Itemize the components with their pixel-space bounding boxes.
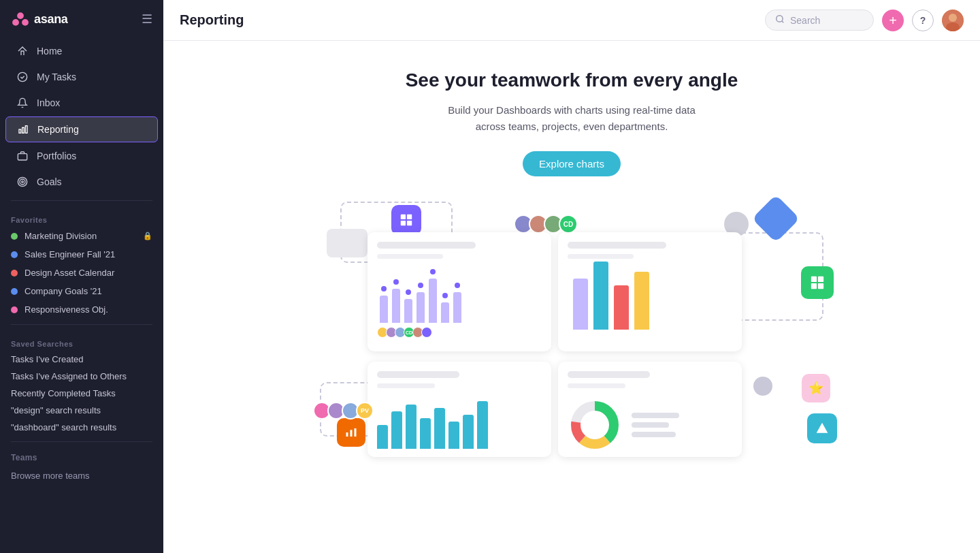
dashboard-card-bottom-right <box>558 362 742 457</box>
donut-section <box>568 398 732 452</box>
card-subtitle-bar-2 <box>568 254 634 259</box>
check-circle-icon <box>16 71 29 83</box>
explore-charts-button[interactable]: Explore charts <box>523 151 621 176</box>
legend-bar-2 <box>632 422 669 428</box>
card-title-bar-4 <box>568 371 650 378</box>
hero-subtitle: Build your Dashboards with charts using … <box>406 102 738 135</box>
favorite-dot <box>11 251 18 258</box>
dashboard-illustration: CD <box>313 198 830 457</box>
favorite-dot <box>11 288 18 295</box>
svg-point-3 <box>18 72 27 81</box>
bell-icon <box>16 97 29 109</box>
svg-point-10 <box>22 181 24 183</box>
briefcase-icon <box>16 150 29 162</box>
sidebar-label-mytasks: My Tasks <box>37 72 76 82</box>
dashboard-card-bottom-left <box>368 362 551 457</box>
svg-point-13 <box>949 14 957 22</box>
lock-icon: 🔒 <box>143 232 152 240</box>
legend-bar-1 <box>632 413 679 418</box>
float-avatar-group-top: CD <box>514 215 578 234</box>
svg-rect-28 <box>350 430 353 437</box>
float-avatar-cd: CD <box>559 215 578 234</box>
help-button[interactable]: ? <box>912 10 934 31</box>
asana-logo-icon <box>11 10 30 29</box>
search-bar[interactable]: Search <box>765 10 874 31</box>
card-title-bar-3 <box>377 371 459 378</box>
search-icon <box>775 14 785 26</box>
favorite-dot <box>11 306 18 313</box>
page-title: Reporting <box>180 12 244 28</box>
sidebar-label-goals: Goals <box>37 176 62 187</box>
svg-point-1 <box>12 19 19 26</box>
svg-rect-25 <box>811 283 817 289</box>
sidebar-label-home: Home <box>37 46 62 57</box>
float-avatar-group-bottom: PV <box>313 402 374 420</box>
sidebar-item-home[interactable]: Home <box>5 39 158 63</box>
favorite-item-responsiveness[interactable]: Responsiveness Obj. <box>0 300 163 319</box>
favorite-item-company[interactable]: Company Goals '21 <box>0 282 163 300</box>
float-orange-chart <box>337 418 365 447</box>
svg-point-0 <box>17 12 24 19</box>
svg-point-11 <box>777 16 783 22</box>
svg-point-9 <box>20 179 25 185</box>
saved-search-assigned[interactable]: Tasks I've Assigned to Others <box>0 368 163 385</box>
donut-legend <box>632 413 679 437</box>
card-subtitle-bar-3 <box>377 383 435 388</box>
sidebar-item-portfolios[interactable]: Portfolios <box>5 144 158 168</box>
sidebar-label-reporting: Reporting <box>37 124 79 135</box>
favorite-label-company: Company Goals '21 <box>24 286 102 296</box>
sidebar-item-mytasks[interactable]: My Tasks <box>5 65 158 89</box>
float-blue-triangle <box>807 413 837 443</box>
legend-bar-3 <box>632 432 676 437</box>
asana-logo: asana <box>11 10 68 29</box>
float-bottom-avatar-pv: PV <box>356 402 374 420</box>
teams-label: Teams <box>0 447 163 465</box>
favorite-item-marketing[interactable]: Marketing Division 🔒 <box>0 227 163 245</box>
card-subtitle-bar <box>377 254 443 259</box>
avatar[interactable] <box>942 10 964 31</box>
colored-bar-chart <box>568 268 732 330</box>
mini-bar-chart-left <box>377 268 542 323</box>
favorite-label-marketing: Marketing Division <box>24 231 97 241</box>
saved-search-design[interactable]: "design" search results <box>0 402 163 419</box>
svg-rect-17 <box>401 221 406 225</box>
dashboard-card-top-right <box>558 232 742 351</box>
favorite-label-responsiveness: Responsiveness Obj. <box>24 304 108 315</box>
saved-searches-label: Saved Searches <box>0 330 163 351</box>
menu-icon[interactable]: ☰ <box>142 12 152 27</box>
svg-rect-29 <box>355 428 357 437</box>
svg-rect-4 <box>19 129 21 133</box>
favorites-label: Favorites <box>0 206 163 227</box>
svg-rect-23 <box>811 276 817 282</box>
float-green-box <box>801 266 834 299</box>
favorite-dot <box>11 233 18 240</box>
favorite-item-design[interactable]: Design Asset Calendar <box>0 264 163 282</box>
sidebar-item-reporting[interactable]: Reporting <box>5 116 158 142</box>
svg-rect-18 <box>407 221 412 225</box>
svg-rect-6 <box>25 126 27 133</box>
browse-teams-link[interactable]: Browse more teams <box>0 465 163 486</box>
favorite-item-sales[interactable]: Sales Engineer Fall '21 <box>0 245 163 264</box>
svg-rect-24 <box>818 276 823 282</box>
saved-search-created[interactable]: Tasks I've Created <box>0 351 163 368</box>
sidebar-item-goals[interactable]: Goals <box>5 170 158 194</box>
logo-text: asana <box>34 12 68 27</box>
card-title-bar-2 <box>568 242 666 249</box>
svg-rect-27 <box>346 432 348 437</box>
hero-title: See your teamwork from every angle <box>406 68 738 93</box>
favorite-label-sales: Sales Engineer Fall '21 <box>24 249 115 259</box>
saved-search-dashboard[interactable]: "dashboard" search results <box>0 419 163 436</box>
float-purple-box <box>391 205 421 235</box>
sidebar-item-inbox[interactable]: Inbox <box>5 91 158 115</box>
home-icon <box>16 45 29 57</box>
svg-rect-15 <box>401 215 406 219</box>
svg-rect-7 <box>18 154 27 160</box>
add-button[interactable]: + <box>882 10 904 31</box>
svg-rect-16 <box>407 215 412 219</box>
float-person-avatar <box>753 377 772 396</box>
sidebar: asana ☰ Home My Tasks Inbox Reporting Po… <box>0 0 163 553</box>
sidebar-label-inbox: Inbox <box>37 97 60 108</box>
favorite-label-design: Design Asset Calendar <box>24 268 114 278</box>
dashboard-card-top-left: CD <box>368 232 551 351</box>
saved-search-completed[interactable]: Recently Completed Tasks <box>0 385 163 402</box>
